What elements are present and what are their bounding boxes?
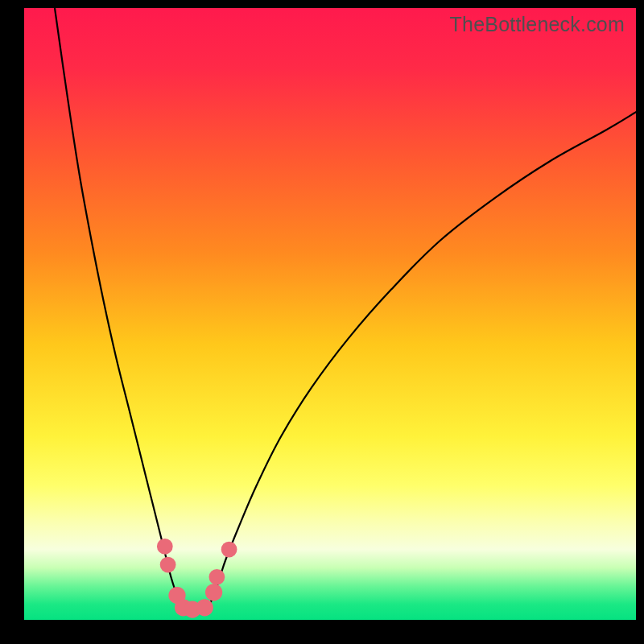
data-marker	[205, 584, 222, 601]
data-marker	[157, 539, 173, 555]
right-branch-path	[208, 112, 636, 608]
data-marker	[221, 542, 237, 558]
left-branch-path	[55, 8, 184, 608]
marker-group	[157, 539, 237, 618]
curve-layer	[24, 8, 636, 620]
plot-area: TheBottleneck.com	[24, 8, 636, 620]
watermark-label: TheBottleneck.com	[450, 13, 625, 36]
chart-frame: TheBottleneck.com	[0, 0, 644, 644]
data-marker	[209, 569, 225, 585]
data-marker	[160, 557, 176, 573]
data-marker	[196, 599, 213, 616]
